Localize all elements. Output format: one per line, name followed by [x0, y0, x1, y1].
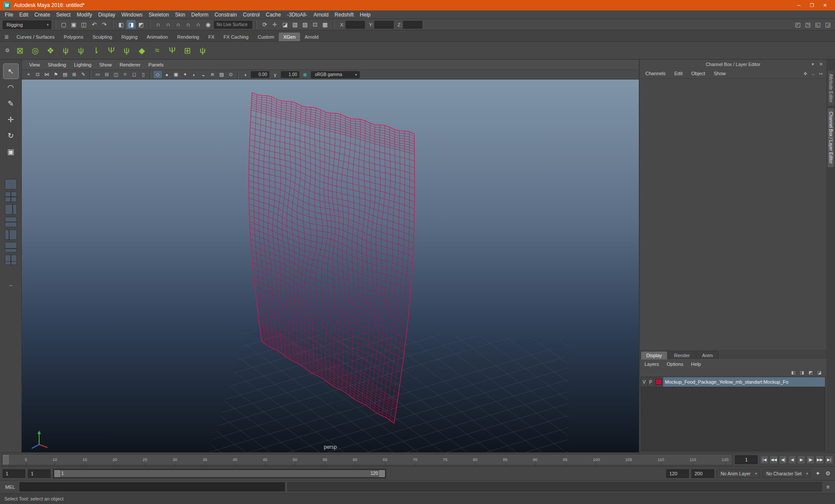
viewport-menu-item[interactable]: View: [25, 62, 44, 67]
light-editor-icon[interactable]: ▩: [321, 20, 330, 29]
camera-attributes-icon[interactable]: ⋈: [43, 71, 51, 78]
shelf-gear-icon[interactable]: ⚙: [3, 46, 12, 55]
menu-item[interactable]: File: [2, 12, 16, 18]
channel-box-menu-item[interactable]: Edit: [670, 71, 686, 76]
undo-icon[interactable]: ↶: [90, 20, 99, 29]
layer-editor-menu-item[interactable]: Options: [663, 361, 687, 367]
minimize-button[interactable]: ─: [792, 0, 805, 10]
xgen-preview-icon[interactable]: Ψ: [165, 43, 179, 57]
lasso-select-tool[interactable]: ◠: [3, 80, 18, 95]
save-scene-icon[interactable]: ◫: [79, 20, 88, 29]
shelf-tab[interactable]: Curves / Surfaces: [12, 33, 59, 41]
construction-history-icon[interactable]: ⟳: [260, 20, 269, 29]
safe-title-icon[interactable]: ▯: [139, 71, 147, 78]
playback-end-field[interactable]: 120: [666, 469, 689, 478]
open-scene-icon[interactable]: ▣: [69, 20, 78, 29]
animation-end-field[interactable]: 200: [691, 469, 714, 478]
tab-channel-box[interactable]: Channel Box / Layer Editor: [827, 108, 835, 168]
live-surface-field[interactable]: No Live Surface: [214, 21, 252, 29]
grease-pencil-icon[interactable]: ✎: [79, 71, 87, 78]
go-to-start-button[interactable]: |◀: [760, 455, 768, 464]
safe-action-icon[interactable]: ◻: [130, 71, 138, 78]
xgen-sculpt-guides-icon[interactable]: Ψ: [104, 43, 118, 57]
auto-keyframe-icon[interactable]: ✦: [813, 469, 822, 478]
menu-item[interactable]: Windows: [118, 12, 146, 18]
close-button[interactable]: ✕: [818, 0, 832, 10]
layout-single-pane-button[interactable]: [5, 179, 17, 189]
command-input[interactable]: [20, 482, 285, 491]
channel-speed-icon[interactable]: ↔: [810, 70, 817, 77]
select-by-component-icon[interactable]: ◩: [137, 20, 146, 29]
play-backwards-button[interactable]: ◀: [788, 455, 796, 464]
layer-name[interactable]: Mockup_Food_Package_Yellow_mb_standart:M…: [663, 377, 825, 387]
menu-item[interactable]: Arnold: [311, 12, 332, 18]
panel-menu-icon[interactable]: ▾: [809, 61, 816, 67]
render-sequence-icon[interactable]: ▨: [301, 20, 310, 29]
layer-editor-tab[interactable]: Display: [641, 351, 668, 359]
animation-preferences-icon[interactable]: ⚙: [823, 469, 832, 478]
channel-list-area[interactable]: [640, 79, 826, 350]
shelf-tab[interactable]: XGen: [279, 33, 300, 41]
viewport-menu-item[interactable]: Renderer: [116, 62, 144, 67]
wireframe-mode-icon[interactable]: ◇: [154, 71, 162, 78]
current-time-marker[interactable]: [3, 455, 9, 464]
shadows-icon[interactable]: ◐: [190, 71, 198, 78]
menu-item[interactable]: Cache: [263, 12, 284, 18]
layer-editor-menu-item[interactable]: Help: [687, 361, 705, 367]
layout-persp-graph-button[interactable]: [5, 242, 17, 252]
modeling-toolkit-toggle-icon[interactable]: ◰: [793, 20, 802, 29]
step-back-frame-button[interactable]: ◀|: [779, 455, 787, 464]
menu-item[interactable]: Create: [31, 12, 53, 18]
resolution-gate-icon[interactable]: ⊟: [103, 71, 111, 78]
shelf-tab[interactable]: Polygons: [59, 33, 87, 41]
step-back-key-button[interactable]: ◀◀: [769, 455, 778, 464]
select-by-hierarchy-icon[interactable]: ◧: [117, 20, 126, 29]
playback-start-field[interactable]: 1: [28, 469, 50, 478]
gamma-icon[interactable]: γ: [271, 71, 279, 78]
menu-item[interactable]: Constrain: [211, 12, 240, 18]
layer-editor-menu-item[interactable]: Layers: [641, 361, 663, 367]
paint-select-tool[interactable]: ✎: [3, 96, 18, 111]
snap-to-grid-icon[interactable]: ∩: [154, 20, 163, 29]
textured-mode-icon[interactable]: ▣: [172, 71, 180, 78]
field-chart-icon[interactable]: ⌗: [121, 71, 129, 78]
smooth-shade-icon[interactable]: ●: [163, 71, 171, 78]
command-line-language-toggle[interactable]: MEL: [3, 484, 17, 490]
menu-item[interactable]: Select: [53, 12, 73, 18]
layer-editor-tab[interactable]: Anim: [696, 351, 718, 359]
z-coordinate-field[interactable]: [403, 21, 422, 29]
range-bar[interactable]: 1 120: [54, 470, 385, 477]
new-scene-icon[interactable]: ▢: [59, 20, 68, 29]
play-forwards-button[interactable]: ▶: [797, 455, 805, 464]
layout-custom-button[interactable]: [5, 255, 17, 265]
image-plane-icon[interactable]: ▤: [61, 71, 69, 78]
layout-four-pane-button[interactable]: [5, 192, 17, 202]
xgen-interactive-groom-icon[interactable]: ⊞: [180, 43, 194, 57]
tool-settings-toggle-icon[interactable]: ◱: [813, 20, 822, 29]
channel-settings-icon[interactable]: ↦: [818, 70, 825, 77]
viewport-menu-item[interactable]: Lighting: [70, 62, 95, 67]
maximize-button[interactable]: ❐: [805, 0, 818, 10]
snap-to-view-plane-icon[interactable]: ∩: [194, 20, 203, 29]
toolbox-collapse-button[interactable]: ‒: [9, 282, 12, 288]
new-empty-layer-icon[interactable]: ◩: [807, 369, 814, 376]
shelf-tab[interactable]: Arnold: [301, 33, 323, 41]
layout-stacked-button[interactable]: [5, 217, 17, 227]
channel-box-menu-item[interactable]: Object: [687, 71, 709, 76]
view-transform-selector[interactable]: sRGB gamma: [311, 71, 360, 78]
channel-box-toggle-icon[interactable]: ◲: [823, 20, 832, 29]
viewport-menu-item[interactable]: Shading: [44, 62, 70, 67]
channel-manipulator-icon[interactable]: ✜: [802, 70, 809, 77]
menu-item[interactable]: Help: [357, 12, 374, 18]
viewport-menu-item[interactable]: Panels: [144, 62, 167, 67]
ipr-render-icon[interactable]: ▧: [291, 20, 300, 29]
menu-item[interactable]: Display: [95, 12, 118, 18]
xgen-editor-icon[interactable]: ⊠: [13, 43, 27, 57]
xgen-convert-to-curves-icon[interactable]: ≈: [150, 43, 164, 57]
character-set-selector[interactable]: No Character Set: [762, 469, 811, 478]
channel-box-menu-item[interactable]: Show: [710, 71, 730, 76]
layer-playback-toggle[interactable]: P: [648, 377, 654, 387]
isolate-select-icon[interactable]: ⊙: [227, 71, 235, 78]
shelf-tab[interactable]: FX: [204, 33, 219, 41]
xgen-create-description-icon[interactable]: ◎: [28, 43, 42, 57]
